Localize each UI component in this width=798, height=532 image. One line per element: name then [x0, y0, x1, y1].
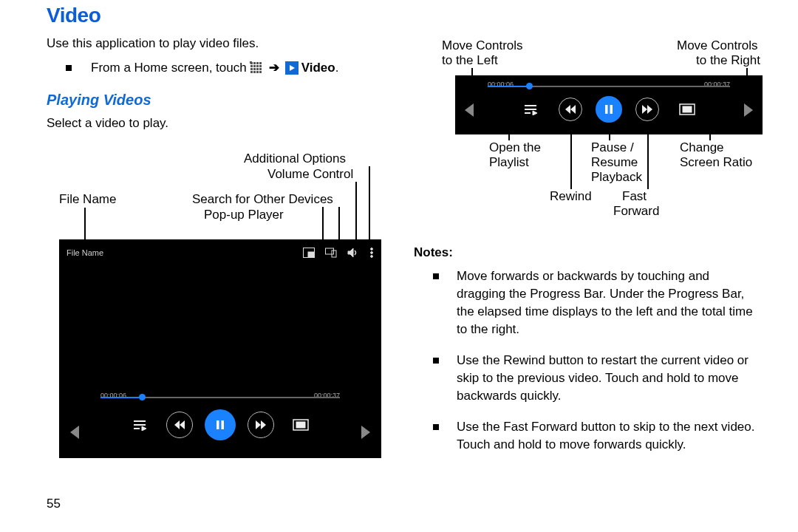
callout-ff-1: Fast — [622, 189, 647, 204]
fast-forward-button-zoom[interactable] — [635, 98, 659, 121]
video-app-icon — [285, 61, 299, 75]
move-controls-left-icon-zoom[interactable] — [463, 100, 476, 120]
callout-additional-opts: Additional Options — [244, 151, 346, 166]
svg-rect-17 — [216, 420, 219, 429]
apps-grid-icon — [250, 61, 263, 75]
callout-ff-2: Forward — [613, 204, 659, 219]
svg-marker-30 — [570, 105, 576, 114]
lead-pause — [609, 127, 610, 140]
note-item: Move forwards or backwards by touching a… — [433, 267, 758, 338]
playing-videos-heading: Playing Videos — [47, 92, 394, 109]
lead-additional — [369, 166, 370, 251]
svg-rect-22 — [296, 422, 305, 428]
move-controls-right-icon[interactable] — [359, 423, 372, 442]
lead-ff — [647, 127, 649, 189]
player-file-name: File Name — [66, 248, 303, 257]
svg-marker-24 — [744, 103, 753, 117]
svg-rect-36 — [683, 106, 692, 112]
lead-playlist — [508, 126, 510, 140]
video-player-screenshot: File Name 00:00:06 00:00:37 — [59, 239, 381, 458]
intro-text: Use this application to play video files… — [47, 36, 394, 51]
callout-move-right-2: to the Right — [696, 53, 760, 68]
more-options-icon[interactable] — [369, 248, 374, 258]
notes-list: Move forwards or backwards by touching a… — [433, 267, 758, 467]
svg-rect-3 — [326, 248, 334, 254]
callout-volume-control: Volume Control — [267, 167, 353, 182]
progress-bar-zoom[interactable]: 00:00:06 00:00:37 — [488, 75, 730, 96]
progress-bar[interactable]: 00:00:06 00:00:37 — [100, 390, 340, 405]
callout-open-playlist-1: Open the — [489, 140, 541, 155]
screen-ratio-icon-zoom[interactable] — [677, 101, 698, 117]
open-playlist-icon[interactable] — [129, 417, 150, 433]
open-playlist-icon-zoom[interactable] — [520, 101, 541, 117]
fast-forward-button[interactable] — [248, 412, 274, 438]
callout-change-2: Screen Ratio — [680, 155, 752, 170]
from-home-instruction: From a Home screen, touch ➔ Video . — [47, 60, 394, 75]
callout-move-left-1: Move Controls — [442, 38, 523, 53]
callout-file-name: File Name — [59, 192, 116, 207]
svg-point-7 — [371, 252, 373, 254]
svg-rect-2 — [308, 252, 314, 257]
callout-pause-3: Playback — [591, 170, 642, 185]
popup-player-icon[interactable] — [303, 248, 315, 258]
volume-icon[interactable] — [347, 248, 359, 258]
play-pause-button[interactable] — [205, 409, 236, 440]
svg-marker-33 — [642, 105, 647, 114]
callout-search-devices: Search for Other Devices — [192, 192, 333, 207]
play-pause-button-zoom[interactable] — [596, 96, 622, 123]
arrow-right-icon: ➔ — [269, 60, 279, 75]
page-number: 55 — [47, 497, 61, 511]
note-item: Use the Fast Forward button to skip to t… — [433, 418, 758, 454]
controls-bar-zoom: 00:00:06 00:00:37 — [455, 75, 763, 134]
section-heading: Video — [47, 4, 394, 27]
svg-point-6 — [371, 248, 373, 250]
svg-marker-0 — [290, 65, 295, 71]
svg-marker-16 — [180, 420, 185, 429]
lead-ratio — [709, 126, 711, 140]
move-controls-right-icon-zoom[interactable] — [742, 100, 755, 120]
callout-move-left-2: to the Left — [442, 53, 498, 68]
callout-change-1: Change — [680, 140, 724, 155]
callout-popup-player: Pop-up Player — [204, 208, 284, 222]
search-devices-icon[interactable] — [325, 248, 337, 258]
svg-point-8 — [371, 256, 373, 258]
note-item: Use the Rewind button to restart the cur… — [433, 352, 758, 405]
bullet-icon — [66, 65, 72, 71]
svg-marker-5 — [348, 248, 353, 257]
svg-marker-34 — [647, 105, 652, 114]
callout-open-playlist-2: Playlist — [489, 155, 529, 170]
callout-rewind: Rewind — [550, 189, 592, 204]
screen-ratio-icon[interactable] — [290, 417, 311, 433]
svg-marker-19 — [256, 420, 261, 429]
svg-marker-14 — [142, 426, 146, 431]
lead-rewind — [570, 127, 572, 189]
callout-pause-1: Pause / — [591, 140, 634, 155]
move-controls-left-icon[interactable] — [68, 423, 81, 442]
rewind-button[interactable] — [166, 412, 193, 438]
svg-marker-15 — [174, 420, 180, 429]
svg-marker-29 — [565, 105, 570, 114]
instr-period: . — [335, 61, 339, 75]
instr-video-word: Video — [301, 61, 335, 75]
notes-heading: Notes: — [414, 245, 453, 260]
svg-rect-31 — [605, 105, 608, 114]
svg-marker-28 — [533, 111, 537, 115]
callout-pause-2: Resume — [591, 155, 638, 170]
svg-rect-32 — [610, 105, 613, 114]
callout-move-right-1: Move Controls — [677, 38, 758, 53]
select-video-text: Select a video to play. — [47, 116, 394, 131]
svg-marker-9 — [70, 426, 79, 439]
svg-marker-20 — [261, 420, 266, 429]
rewind-button-zoom[interactable] — [559, 98, 582, 121]
instr-prefix: From a Home screen, touch — [91, 61, 247, 75]
svg-marker-10 — [361, 426, 370, 439]
svg-rect-18 — [222, 420, 225, 429]
svg-marker-23 — [465, 103, 474, 117]
